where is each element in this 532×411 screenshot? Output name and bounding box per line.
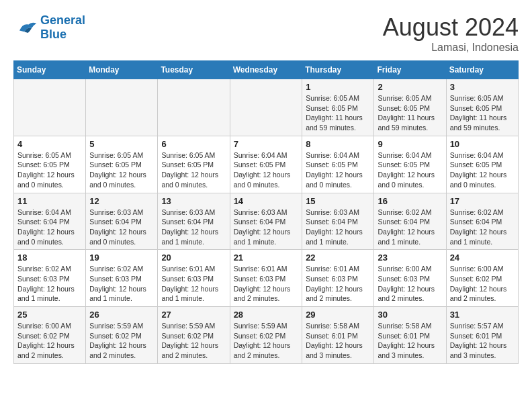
calendar-cell: 17Sunrise: 6:02 AM Sunset: 6:04 PM Dayli…	[446, 193, 518, 250]
day-number: 25	[17, 310, 82, 320]
day-number: 29	[306, 310, 370, 320]
day-info: Sunrise: 6:04 AM Sunset: 6:05 PM Dayligh…	[378, 150, 442, 190]
day-number: 5	[89, 139, 154, 149]
day-info: Sunrise: 6:00 AM Sunset: 6:02 PM Dayligh…	[450, 264, 515, 304]
title-block: August 2024 Lamasi, Indonesia	[383, 13, 519, 54]
day-number: 22	[306, 253, 370, 263]
calendar-cell: 10Sunrise: 6:04 AM Sunset: 6:05 PM Dayli…	[446, 136, 518, 193]
day-info: Sunrise: 5:58 AM Sunset: 6:01 PM Dayligh…	[378, 321, 442, 361]
day-info: Sunrise: 6:03 AM Sunset: 6:04 PM Dayligh…	[89, 208, 154, 247]
day-number: 24	[450, 253, 515, 263]
day-number: 16	[378, 196, 442, 206]
day-number: 18	[17, 253, 82, 263]
calendar-cell: 13Sunrise: 6:03 AM Sunset: 6:04 PM Dayli…	[158, 193, 230, 250]
day-number: 20	[161, 253, 226, 263]
day-number: 1	[306, 82, 370, 92]
calendar-cell: 25Sunrise: 6:00 AM Sunset: 6:02 PM Dayli…	[14, 307, 86, 364]
day-info: Sunrise: 6:01 AM Sunset: 6:03 PM Dayligh…	[306, 264, 370, 304]
day-info: Sunrise: 6:05 AM Sunset: 6:05 PM Dayligh…	[17, 150, 82, 190]
calendar-cell: 30Sunrise: 5:58 AM Sunset: 6:01 PM Dayli…	[374, 307, 446, 364]
day-number: 28	[234, 310, 299, 320]
day-number: 14	[234, 196, 299, 206]
day-info: Sunrise: 6:00 AM Sunset: 6:03 PM Dayligh…	[378, 264, 442, 304]
calendar-week-row: 18Sunrise: 6:02 AM Sunset: 6:03 PM Dayli…	[14, 250, 519, 307]
day-number: 2	[378, 82, 442, 92]
calendar-cell: 27Sunrise: 5:59 AM Sunset: 6:02 PM Dayli…	[158, 307, 230, 364]
day-info: Sunrise: 6:03 AM Sunset: 6:04 PM Dayligh…	[306, 208, 370, 247]
day-number: 31	[450, 310, 515, 320]
calendar-cell	[158, 79, 230, 136]
day-info: Sunrise: 6:05 AM Sunset: 6:05 PM Dayligh…	[378, 93, 442, 133]
day-info: Sunrise: 6:05 AM Sunset: 6:05 PM Dayligh…	[89, 150, 154, 190]
calendar-cell: 4Sunrise: 6:05 AM Sunset: 6:05 PM Daylig…	[14, 136, 86, 193]
day-info: Sunrise: 6:01 AM Sunset: 6:03 PM Dayligh…	[161, 264, 226, 304]
weekday-header: Thursday	[302, 61, 374, 79]
day-info: Sunrise: 6:01 AM Sunset: 6:03 PM Dayligh…	[234, 264, 299, 304]
weekday-header: Monday	[86, 61, 158, 79]
calendar-cell: 7Sunrise: 6:04 AM Sunset: 6:05 PM Daylig…	[230, 136, 302, 193]
day-info: Sunrise: 6:04 AM Sunset: 6:05 PM Dayligh…	[234, 150, 299, 190]
calendar-cell: 1Sunrise: 6:05 AM Sunset: 6:05 PM Daylig…	[302, 79, 374, 136]
calendar-cell: 29Sunrise: 5:58 AM Sunset: 6:01 PM Dayli…	[302, 307, 374, 364]
day-info: Sunrise: 6:04 AM Sunset: 6:05 PM Dayligh…	[306, 150, 370, 190]
day-number: 3	[450, 82, 515, 92]
day-info: Sunrise: 6:05 AM Sunset: 6:05 PM Dayligh…	[450, 93, 515, 133]
day-number: 4	[17, 139, 82, 149]
day-number: 21	[234, 253, 299, 263]
weekday-header: Sunday	[14, 61, 86, 79]
day-number: 15	[306, 196, 370, 206]
calendar-cell	[86, 79, 158, 136]
calendar-cell: 12Sunrise: 6:03 AM Sunset: 6:04 PM Dayli…	[86, 193, 158, 250]
calendar-week-row: 11Sunrise: 6:04 AM Sunset: 6:04 PM Dayli…	[14, 193, 519, 250]
day-number: 13	[161, 196, 226, 206]
calendar-cell: 31Sunrise: 5:57 AM Sunset: 6:01 PM Dayli…	[446, 307, 518, 364]
day-info: Sunrise: 6:03 AM Sunset: 6:04 PM Dayligh…	[161, 208, 226, 247]
calendar-cell: 2Sunrise: 6:05 AM Sunset: 6:05 PM Daylig…	[374, 79, 446, 136]
day-number: 12	[89, 196, 154, 206]
calendar-week-row: 25Sunrise: 6:00 AM Sunset: 6:02 PM Dayli…	[14, 307, 519, 364]
calendar-cell	[230, 79, 302, 136]
location: Lamasi, Indonesia	[383, 42, 519, 54]
calendar-cell: 5Sunrise: 6:05 AM Sunset: 6:05 PM Daylig…	[86, 136, 158, 193]
calendar-cell: 9Sunrise: 6:04 AM Sunset: 6:05 PM Daylig…	[374, 136, 446, 193]
calendar-cell: 15Sunrise: 6:03 AM Sunset: 6:04 PM Dayli…	[302, 193, 374, 250]
day-info: Sunrise: 6:02 AM Sunset: 6:03 PM Dayligh…	[89, 264, 154, 304]
weekday-header-row: SundayMondayTuesdayWednesdayThursdayFrid…	[14, 61, 519, 79]
calendar-cell: 23Sunrise: 6:00 AM Sunset: 6:03 PM Dayli…	[374, 250, 446, 307]
month-title: August 2024	[383, 13, 519, 42]
calendar-cell: 24Sunrise: 6:00 AM Sunset: 6:02 PM Dayli…	[446, 250, 518, 307]
calendar-cell: 26Sunrise: 5:59 AM Sunset: 6:02 PM Dayli…	[86, 307, 158, 364]
day-info: Sunrise: 5:59 AM Sunset: 6:02 PM Dayligh…	[234, 321, 299, 361]
day-info: Sunrise: 5:58 AM Sunset: 6:01 PM Dayligh…	[306, 321, 370, 361]
weekday-header: Tuesday	[158, 61, 230, 79]
calendar-cell: 28Sunrise: 5:59 AM Sunset: 6:02 PM Dayli…	[230, 307, 302, 364]
logo-bird-icon	[13, 18, 38, 37]
calendar-cell: 19Sunrise: 6:02 AM Sunset: 6:03 PM Dayli…	[86, 250, 158, 307]
day-number: 26	[89, 310, 154, 320]
day-info: Sunrise: 6:05 AM Sunset: 6:05 PM Dayligh…	[161, 150, 226, 190]
calendar-table: SundayMondayTuesdayWednesdayThursdayFrid…	[13, 60, 519, 364]
calendar-cell: 6Sunrise: 6:05 AM Sunset: 6:05 PM Daylig…	[158, 136, 230, 193]
day-number: 17	[450, 196, 515, 206]
day-info: Sunrise: 6:04 AM Sunset: 6:04 PM Dayligh…	[17, 208, 82, 247]
calendar-cell: 18Sunrise: 6:02 AM Sunset: 6:03 PM Dayli…	[14, 250, 86, 307]
day-info: Sunrise: 6:02 AM Sunset: 6:04 PM Dayligh…	[450, 208, 515, 247]
calendar-cell: 8Sunrise: 6:04 AM Sunset: 6:05 PM Daylig…	[302, 136, 374, 193]
day-info: Sunrise: 6:02 AM Sunset: 6:03 PM Dayligh…	[17, 264, 82, 304]
day-info: Sunrise: 6:02 AM Sunset: 6:04 PM Dayligh…	[378, 208, 442, 247]
day-number: 9	[378, 139, 442, 149]
day-info: Sunrise: 5:59 AM Sunset: 6:02 PM Dayligh…	[161, 321, 226, 361]
logo-text: General Blue	[40, 13, 85, 42]
day-info: Sunrise: 5:57 AM Sunset: 6:01 PM Dayligh…	[450, 321, 515, 361]
day-info: Sunrise: 5:59 AM Sunset: 6:02 PM Dayligh…	[89, 321, 154, 361]
calendar-cell: 14Sunrise: 6:03 AM Sunset: 6:04 PM Dayli…	[230, 193, 302, 250]
day-number: 8	[306, 139, 370, 149]
calendar-cell	[14, 79, 86, 136]
calendar-cell: 16Sunrise: 6:02 AM Sunset: 6:04 PM Dayli…	[374, 193, 446, 250]
day-number: 19	[89, 253, 154, 263]
day-info: Sunrise: 6:05 AM Sunset: 6:05 PM Dayligh…	[306, 93, 370, 133]
day-info: Sunrise: 6:04 AM Sunset: 6:05 PM Dayligh…	[450, 150, 515, 190]
calendar-cell: 11Sunrise: 6:04 AM Sunset: 6:04 PM Dayli…	[14, 193, 86, 250]
calendar-week-row: 1Sunrise: 6:05 AM Sunset: 6:05 PM Daylig…	[14, 79, 519, 136]
day-number: 30	[378, 310, 442, 320]
